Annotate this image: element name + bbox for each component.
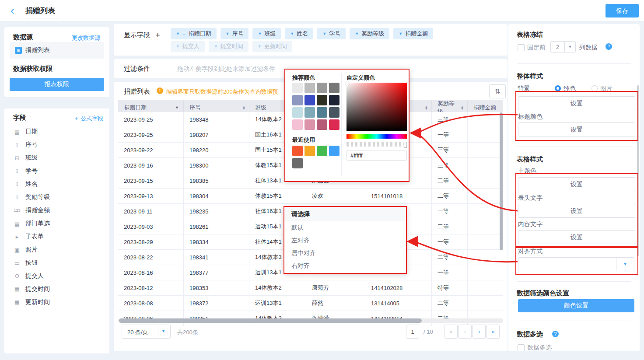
recommend-swatch[interactable]	[304, 95, 315, 105]
recent-swatch[interactable]	[304, 146, 315, 156]
nav-next-button[interactable]: ›	[472, 325, 486, 339]
field-item-按钮[interactable]: ▭按钮	[7, 256, 107, 269]
datasource-item[interactable]: ≡ 捐赠列表	[10, 42, 104, 59]
bg-image-radio[interactable]	[592, 85, 598, 91]
display-chip-班级[interactable]: ▼班级	[252, 28, 281, 39]
align-option-默认[interactable]: 默认	[284, 221, 406, 234]
freeze-count-caret[interactable]: ▼	[564, 41, 576, 52]
recommend-swatch[interactable]	[304, 107, 315, 118]
display-chip-捐赠金额[interactable]: ▼捐赠金额	[393, 28, 433, 39]
recommend-swatch[interactable]	[329, 107, 340, 118]
color-setting-button[interactable]: 颜色设置	[518, 299, 634, 312]
filter-dropzone[interactable]: 拖动左侧字段到此处来添加过滤条件	[177, 65, 275, 73]
nav-prev-button[interactable]: ‹	[458, 325, 472, 339]
recent-swatch[interactable]	[292, 146, 303, 156]
table-cell: 198341	[184, 250, 249, 265]
field-item-姓名[interactable]: I姓名	[7, 178, 107, 191]
background-setting-button[interactable]: 设置	[518, 96, 635, 110]
page-input[interactable]	[406, 325, 419, 339]
recent-swatch[interactable]	[292, 158, 303, 168]
recommend-swatch[interactable]	[304, 83, 315, 93]
change-datasource-link[interactable]: 更改数据源	[72, 34, 100, 42]
recommend-swatch[interactable]	[317, 107, 327, 118]
freeze-checkbox[interactable]	[518, 44, 525, 51]
content-text-setting-button[interactable]: 设置	[518, 230, 635, 244]
recent-swatch[interactable]	[317, 146, 327, 156]
recommend-swatch[interactable]	[317, 119, 327, 130]
display-chip-序号[interactable]: ▼序号	[220, 28, 249, 39]
subform-icon: ▸	[13, 234, 21, 240]
add-display-field-button[interactable]: ＋	[154, 30, 161, 40]
page-size-select[interactable]: 20 条/页 ▼	[122, 325, 171, 339]
freeze-help-icon[interactable]: ?	[606, 43, 612, 50]
field-item-班级[interactable]: ⊟班级	[7, 151, 107, 164]
display-chip-提交时间[interactable]: ▼提交时间	[209, 41, 248, 52]
freeze-count-input[interactable]	[550, 41, 564, 52]
recommend-swatch[interactable]	[292, 95, 303, 105]
field-item-提交人[interactable]: Ω提交人	[7, 269, 107, 283]
table-cell: 二等	[432, 250, 468, 265]
formula-field-link[interactable]: ＋ 公式字段	[74, 115, 104, 122]
field-item-更新时间[interactable]: ▦更新时间	[7, 296, 107, 309]
back-icon[interactable]: ‹	[10, 3, 14, 17]
panel-scrollbar[interactable]	[637, 85, 639, 256]
alpha-slider[interactable]	[346, 142, 407, 147]
nav-first-button[interactable]: «	[444, 325, 458, 339]
recommend-swatch[interactable]	[329, 83, 340, 93]
field-item-日期[interactable]: ▦日期	[7, 125, 107, 138]
align-option-左对齐[interactable]: 左对齐	[284, 234, 406, 247]
divider	[517, 321, 631, 321]
table-cell: 2023-08-22	[118, 250, 184, 265]
table-horizontal-scrollbar[interactable]	[119, 318, 422, 323]
align-option-右对齐[interactable]: 右对齐	[284, 259, 406, 272]
saturation-handle[interactable]	[345, 81, 350, 86]
field-item-学号[interactable]: I学号	[7, 164, 107, 178]
display-chip-更新时间[interactable]: ▼更新时间	[252, 41, 292, 52]
recommend-swatch[interactable]	[317, 83, 327, 93]
recommend-swatch[interactable]	[317, 95, 327, 105]
recommend-swatch[interactable]	[292, 107, 303, 118]
recommend-swatch[interactable]	[292, 83, 303, 93]
display-chip-提交人[interactable]: ▼提交人	[171, 41, 205, 52]
saturation-picker[interactable]	[346, 83, 407, 131]
display-chip-学号[interactable]: ▼学号	[317, 28, 346, 39]
sort-order-button[interactable]: ⇅	[489, 84, 506, 98]
datasource-item-label: 捐赠列表	[25, 46, 50, 54]
table-cell: 三等	[432, 112, 468, 127]
display-chip-姓名[interactable]: ▼姓名	[285, 28, 313, 39]
recommend-swatch[interactable]	[329, 95, 340, 105]
save-button[interactable]: 保存	[606, 4, 639, 17]
nav-last-button[interactable]: »	[486, 325, 500, 339]
recommend-swatch[interactable]	[329, 119, 340, 130]
table-cell: 198377	[184, 265, 249, 280]
align-mode-select[interactable]: ▼	[518, 257, 634, 271]
table-vertical-scrollbar[interactable]	[500, 112, 503, 250]
align-option-居中对齐[interactable]: 居中对齐	[284, 247, 406, 259]
field-item-奖励等级[interactable]: I奖励等级	[7, 191, 107, 204]
multi-select-help-icon[interactable]: ?	[552, 331, 559, 337]
hex-color-input[interactable]	[346, 150, 407, 161]
theme-color-setting-button[interactable]: 设置	[518, 177, 635, 191]
recommend-swatch[interactable]	[304, 119, 315, 130]
hue-slider[interactable]	[346, 134, 407, 139]
divider	[517, 281, 631, 282]
recommend-swatch[interactable]	[292, 119, 303, 130]
title-color-setting-button[interactable]: 设置	[518, 122, 635, 136]
field-item-序号[interactable]: I序号	[7, 138, 107, 151]
field-item-提交时间[interactable]: ▦提交时间	[7, 283, 107, 296]
display-chip-捐赠日期[interactable]: ▼≡捐赠日期	[171, 28, 217, 39]
multi-select-checkbox[interactable]	[518, 344, 525, 351]
bg-solid-radio[interactable]	[555, 85, 561, 91]
field-item-照片[interactable]: ▣照片	[7, 243, 107, 256]
field-item-部门单选[interactable]: ▤部门单选	[7, 217, 107, 230]
display-chip-奖励等级[interactable]: ▼奖励等级	[350, 28, 389, 39]
field-item-捐赠金额[interactable]: 123捐赠金额	[7, 204, 107, 217]
report-permission-button[interactable]: 报表权限	[10, 78, 104, 91]
header-text-setting-button[interactable]: 设置	[518, 204, 635, 218]
recent-swatch[interactable]	[329, 146, 340, 156]
alpha-handle[interactable]	[404, 142, 407, 148]
display-chip-label: 序号	[232, 30, 243, 38]
style-panel: 表格冻结 固定前 ▼ 列数据 ? 整体样式 背景 纯色 图片 设置 标题颜色 设…	[508, 24, 640, 351]
field-item-子表单[interactable]: ▸子表单	[7, 230, 107, 243]
display-chip-label: 提交时间	[220, 42, 243, 50]
